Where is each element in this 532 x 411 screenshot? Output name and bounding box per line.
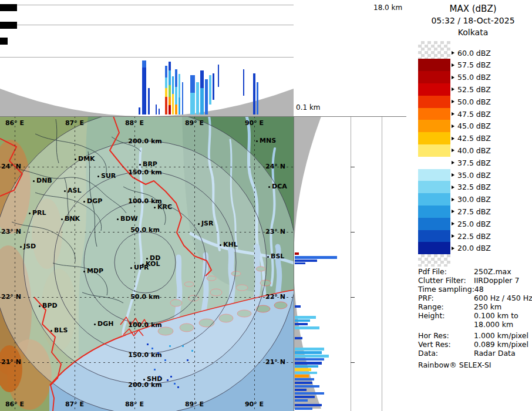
range-ring-label: 200.0 km xyxy=(128,137,161,145)
echo-bar xyxy=(295,326,319,329)
city-label: DCA xyxy=(272,183,287,190)
legend-value-label: 37.5 dBZ xyxy=(457,159,491,167)
tick-arrow-icon xyxy=(452,87,454,91)
info-field-value: 600 Hz / 450 Hz xyxy=(474,294,532,302)
legend-swatch xyxy=(418,83,450,96)
echo-bar xyxy=(175,105,177,114)
height-gridline xyxy=(351,116,351,411)
grid-parallel xyxy=(0,362,294,363)
echo-bar xyxy=(295,375,309,378)
echo-bar xyxy=(295,392,324,395)
grid-meridian xyxy=(254,116,255,411)
echo-bar xyxy=(175,87,177,105)
city-dot xyxy=(267,256,269,258)
info-rows: Pdf File:250Z.maxClutter Filter:IIRDoppl… xyxy=(418,267,531,358)
legend-entry: 57.5 dBZ xyxy=(452,60,491,70)
legend-entry: 30.0 dBZ xyxy=(452,195,491,204)
legend-entry: 27.5 dBZ xyxy=(452,207,491,216)
tick-arrow-icon xyxy=(452,222,454,225)
echo-bar xyxy=(218,65,219,87)
city-dot xyxy=(50,330,52,332)
top-height-profile-panel xyxy=(0,0,294,116)
legend-entry: 35.0 dBZ xyxy=(452,170,491,180)
city-dot xyxy=(75,159,76,160)
product-info-block: Pdf File:250Z.maxClutter Filter:IIRDoppl… xyxy=(418,267,531,369)
lat-label: 21° N xyxy=(1,358,21,366)
echo-speck xyxy=(187,359,188,361)
legend-value-label: 47.5 dBZ xyxy=(457,110,491,119)
tick-arrow-icon xyxy=(452,234,454,238)
info-row: Clutter Filter:IIRDoppler 7 xyxy=(418,276,531,285)
info-row: Height:0.100 km to xyxy=(418,311,531,320)
legend-swatch xyxy=(418,96,450,108)
echo-bar xyxy=(295,399,308,402)
grid-meridian xyxy=(194,116,195,411)
city-dot xyxy=(220,244,221,246)
city-dot xyxy=(29,213,31,214)
echo-bar xyxy=(165,88,167,97)
tick-arrow-icon xyxy=(452,51,454,55)
transparency-checker-bottom xyxy=(418,254,450,267)
side-axis-min-label: 0.1 km xyxy=(296,103,321,112)
info-row: Range:250 km xyxy=(418,302,531,311)
echo-bar xyxy=(142,68,146,114)
lon-label: 87° E xyxy=(65,400,84,408)
city-label: BRP xyxy=(143,160,157,168)
legend-value-label: 55.0 dBZ xyxy=(457,73,491,82)
lat-label: 21° N xyxy=(265,358,285,366)
tick-arrow-icon xyxy=(452,137,454,140)
city-label: DMK xyxy=(78,155,95,163)
info-field-label: PRF: xyxy=(418,294,434,302)
tick-arrow-icon xyxy=(452,63,454,67)
info-row: 18.000 km xyxy=(418,320,531,329)
lat-label: 23° N xyxy=(265,228,285,235)
city-dot xyxy=(143,379,145,380)
city-label: MNS xyxy=(260,137,276,144)
range-ring-label: 50.0 km xyxy=(130,226,160,234)
city-dot xyxy=(64,190,66,192)
echo-bar xyxy=(172,94,174,114)
info-field-value: 0.100 km to xyxy=(474,311,518,320)
city-label: DNB xyxy=(36,177,52,184)
tick-arrow-icon xyxy=(452,161,454,164)
echo-bar xyxy=(295,396,315,398)
echo-bar xyxy=(295,319,310,322)
legend-entry: 22.5 dBZ xyxy=(452,231,491,241)
lat-label: 24° N xyxy=(265,163,285,170)
echo-speck xyxy=(151,348,153,349)
tick-arrow-icon xyxy=(452,198,454,201)
legend-swatch xyxy=(418,120,450,132)
city-label: MDP xyxy=(87,267,103,275)
product-title: MAX (dBZ) xyxy=(414,4,532,14)
city-dot xyxy=(83,201,85,203)
top-axis-max-label: 18.0 km xyxy=(373,4,402,12)
legend-value-label: 40.0 dBZ xyxy=(457,146,491,155)
city-dot xyxy=(268,186,270,188)
legend-value-label: 35.0 dBZ xyxy=(457,171,491,180)
echo-speck xyxy=(177,386,179,388)
info-field-value: IIRDoppler 7 xyxy=(474,276,519,285)
echo-bar xyxy=(209,75,211,105)
tick-arrow-icon xyxy=(452,76,454,79)
city-label: ASL xyxy=(68,187,81,194)
legend-entry: 55.0 dBZ xyxy=(452,73,491,82)
legend-entry: 60.0 dBZ xyxy=(452,48,491,58)
tick-arrow-icon xyxy=(452,186,454,189)
echo-bar xyxy=(205,79,208,114)
tick-arrow-icon xyxy=(452,173,454,177)
legend-value-label: 60.0 dBZ xyxy=(457,49,491,58)
info-row: Data:Radar Data xyxy=(418,349,531,358)
echo-bar xyxy=(172,76,174,94)
height-gridline xyxy=(0,57,294,58)
city-label: BNK xyxy=(65,215,80,223)
grid-tick xyxy=(351,232,355,233)
echo-bar xyxy=(182,82,183,114)
city-label: JSR xyxy=(201,220,214,227)
echo-bar xyxy=(139,107,140,114)
echo-bar xyxy=(295,348,324,351)
city-label: BSL xyxy=(271,252,284,260)
lon-label: 88° E xyxy=(125,400,144,408)
echo-bar xyxy=(295,368,311,371)
echo-bar xyxy=(196,82,199,114)
legend-value-label: 30.0 dBZ xyxy=(457,195,491,204)
